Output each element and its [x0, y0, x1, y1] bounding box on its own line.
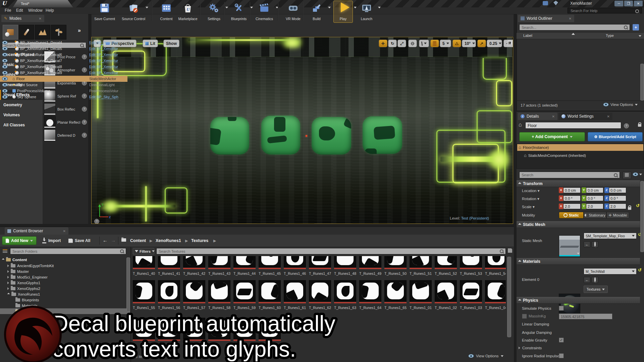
property-matrix-button[interactable]	[623, 172, 631, 179]
close-icon[interactable]: ✕	[552, 115, 555, 118]
eye-icon[interactable]	[2, 41, 8, 45]
expand-section-button[interactable]	[517, 253, 640, 257]
expanded-icon[interactable]	[2, 258, 5, 261]
outliner-scrollbar[interactable]	[640, 64, 644, 101]
more-modes-chevron[interactable]: »	[78, 27, 81, 34]
close-button[interactable]: ✕	[634, 1, 643, 6]
mobility-movable-button[interactable]: ✛Movable	[606, 212, 629, 219]
asset-tile[interactable]: T_Runes1_57	[183, 280, 205, 310]
surface-snap-button[interactable]	[419, 40, 429, 47]
reset-to-default-icon[interactable]: ↺	[638, 267, 642, 273]
rotation-y[interactable]: Y0.0 °	[582, 195, 603, 201]
asset-tile[interactable]: T_Runes1_58	[208, 280, 230, 310]
edit-blueprint-link[interactable]: Edit BP_XenoRur	[89, 47, 118, 51]
close-icon[interactable]: ✕	[569, 17, 572, 20]
asset-tile[interactable]: T_Runes1_49	[359, 256, 381, 276]
save-all-button[interactable]: Save All	[68, 236, 90, 245]
collapsed-icon[interactable]	[7, 276, 9, 279]
collapsed-icon[interactable]	[7, 282, 9, 284]
placeable-deferred-decal[interactable]: Deferred D?	[43, 129, 88, 142]
type-filter-icon[interactable]	[639, 35, 641, 37]
eye-icon[interactable]	[2, 71, 8, 75]
details-scrollbar[interactable]	[640, 181, 644, 252]
asset-tile[interactable]: T_Runes1_43	[208, 256, 230, 276]
details-view-options[interactable]	[633, 172, 642, 176]
use-selected-asset-button[interactable]: ←	[584, 277, 590, 283]
mode-place-tab[interactable]	[3, 25, 18, 40]
asset-tile[interactable]: T_Runes1_62	[309, 280, 331, 310]
asset-tile[interactable]: T_Runes1_50	[384, 256, 407, 276]
eye-icon[interactable]	[2, 83, 8, 87]
close-icon[interactable]: ✕	[39, 17, 42, 20]
mobility-static-button[interactable]: Static	[559, 212, 584, 219]
add-new-button[interactable]: Add New	[2, 236, 37, 245]
details-tab[interactable]: i Details ✕	[518, 113, 557, 120]
restore-button[interactable]: ❐	[624, 1, 633, 6]
component-staticmesh-row[interactable]: ⌂ StaticMeshComponent (Inherited)	[517, 152, 643, 159]
rune-decal-1[interactable]	[210, 117, 249, 155]
scale-snap-toggle[interactable]: ↗	[477, 40, 486, 47]
help-icon[interactable]: ?	[94, 219, 99, 224]
outliner-row-postprocessvolume[interactable]: PostProcessVolumePostProcessVolur	[0, 88, 127, 94]
sort-ascending-icon[interactable]	[572, 33, 575, 35]
rune-decal-3[interactable]	[312, 117, 351, 155]
level-tab[interactable]: Test*	[13, 0, 73, 7]
search-assets-input[interactable]: Search Textures	[156, 248, 506, 254]
reset-to-default-icon[interactable]: ↺	[636, 203, 640, 208]
feedback-icon[interactable]	[543, 1, 548, 5]
source-control-button[interactable]: Source Control	[121, 1, 146, 21]
asset-tile[interactable]: T_Runes1_47	[309, 256, 331, 276]
add-component-button[interactable]: + Add Component	[519, 132, 585, 141]
world-local-toggle[interactable]	[408, 40, 417, 47]
menu-file[interactable]: File	[5, 8, 11, 13]
asset-tile[interactable]: T_Runes1_55	[133, 280, 155, 310]
scale-x[interactable]: X2.0	[559, 203, 581, 209]
eye-icon[interactable]	[2, 47, 8, 51]
search-folders-input[interactable]: Search Folders	[10, 248, 126, 254]
play-button[interactable]: Play	[330, 1, 356, 21]
scale-label[interactable]: Scale ▾	[522, 204, 535, 209]
blueprint-add-script-button[interactable]: ⚙ Blueprint/Add Script	[588, 132, 643, 141]
rotation-z[interactable]: Z0.0 °	[604, 195, 626, 201]
asset-tile[interactable]: T_Runes1_02	[435, 280, 457, 310]
use-selected-asset-button[interactable]: ←	[584, 241, 590, 247]
textures-dropdown-button[interactable]: Textures	[584, 286, 608, 293]
forward-button[interactable]: →	[111, 237, 116, 243]
tree-item-blueprints[interactable]: Blueprints	[0, 297, 130, 303]
back-button[interactable]: ←	[103, 237, 108, 243]
vr-mode-button[interactable]: VR Mode	[280, 1, 306, 21]
tree-item-xenoglyphs2[interactable]: XenoGlyphs2	[0, 286, 130, 291]
outliner-search-input[interactable]: Search...	[519, 24, 630, 31]
menu-edit[interactable]: Edit	[16, 8, 23, 13]
menu-window[interactable]: Window	[28, 8, 43, 13]
view-mode-button[interactable]: Lit	[143, 40, 158, 47]
collapsed-icon[interactable]	[7, 270, 9, 273]
help-icon[interactable]: ?	[624, 123, 629, 128]
asset-tile[interactable]: T_Runes1_65	[384, 280, 407, 310]
location-y[interactable]: Y0.0 cm	[582, 187, 603, 193]
mode-paint-tab[interactable]	[19, 25, 34, 40]
enable-gravity-checkbox[interactable]: ✓	[559, 338, 564, 343]
static-mesh-section-header[interactable]: Static Mesh	[517, 221, 640, 228]
minimize-button[interactable]: ─	[614, 1, 623, 6]
tree-scrollbar[interactable]	[126, 257, 130, 312]
rotation-x[interactable]: X0.0 °	[559, 195, 581, 201]
eye-icon[interactable]	[2, 95, 8, 99]
asset-tile[interactable]: T_Runes1_04	[485, 280, 506, 310]
mobility-stationary-button[interactable]: Stationary	[584, 212, 606, 219]
level-viewport[interactable]: Perspective Lit Show ✛ ↻ ⤢ 5 10° ↗ 0.25	[91, 37, 513, 224]
cinematics-button[interactable]: Cinematics	[252, 1, 277, 21]
simulate-physics-checkbox[interactable]	[559, 306, 564, 311]
tree-item-master[interactable]: Master	[0, 268, 130, 274]
edit-blueprint-link[interactable]: Edit BP_XenoRur	[89, 53, 118, 57]
details-search-input[interactable]: Search	[519, 172, 620, 178]
tree-item-ancientegypttombkit[interactable]: AncientEgyptTombKit	[0, 263, 130, 268]
eye-icon[interactable]	[2, 77, 8, 81]
asset-tile[interactable]: T_Runes1_41	[158, 256, 180, 276]
rotation-snap-toggle[interactable]	[452, 40, 461, 47]
materials-section-header[interactable]: Materials	[517, 258, 640, 265]
edit-blueprint-link[interactable]: Edit BP_Sky_Sph	[89, 95, 118, 99]
material-combo[interactable]: M_TechWall	[584, 268, 637, 275]
rotation-label[interactable]: Rotation ▾	[522, 196, 539, 201]
lock-icon[interactable]	[638, 124, 641, 127]
